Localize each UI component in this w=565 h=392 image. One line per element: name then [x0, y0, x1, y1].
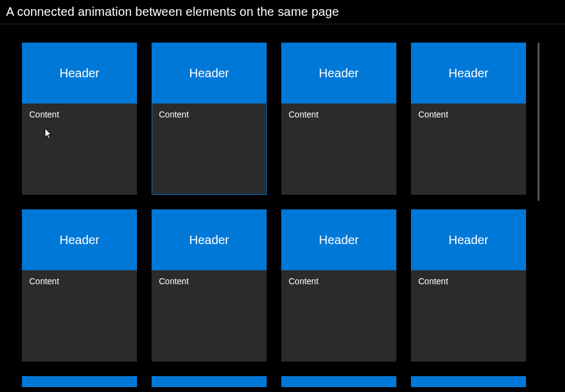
card-item[interactable]: Header Content — [281, 209, 396, 362]
card-content: Content — [411, 270, 526, 292]
card-header — [411, 376, 526, 387]
card-item[interactable] — [22, 376, 137, 387]
card-item[interactable] — [152, 376, 267, 387]
card-content: Content — [281, 270, 396, 292]
card-item[interactable]: Header Content — [411, 43, 526, 195]
vertical-scrollbar[interactable] — [538, 43, 539, 201]
card-header: Header — [152, 43, 267, 103]
content-area: Header Content Header Content Header Con… — [0, 24, 565, 387]
card-item[interactable]: Header Content — [411, 209, 526, 362]
card-header: Header — [411, 43, 526, 103]
card-content: Content — [411, 103, 526, 125]
card-header: Header — [281, 209, 396, 270]
card-item[interactable] — [411, 376, 526, 387]
card-item[interactable]: Header Content — [152, 43, 267, 195]
card-header: Header — [152, 209, 267, 270]
card-item[interactable]: Header Content — [22, 43, 137, 195]
card-header — [22, 376, 137, 387]
card-content: Content — [152, 103, 267, 125]
card-header: Header — [22, 209, 137, 270]
card-content: Content — [22, 270, 137, 292]
card-content: Content — [281, 103, 396, 125]
card-header — [281, 376, 396, 387]
card-item[interactable]: Header Content — [22, 209, 137, 362]
card-content: Content — [152, 270, 267, 292]
card-item[interactable]: Header Content — [281, 43, 396, 195]
card-grid: Header Content Header Content Header Con… — [22, 43, 565, 387]
card-header: Header — [22, 43, 137, 103]
card-header: Header — [281, 43, 396, 103]
card-header — [152, 376, 267, 387]
page-title: A connected animation between elements o… — [0, 0, 565, 23]
card-content: Content — [22, 103, 137, 125]
card-header: Header — [411, 209, 526, 270]
card-item[interactable] — [281, 376, 396, 387]
card-item[interactable]: Header Content — [152, 209, 267, 362]
